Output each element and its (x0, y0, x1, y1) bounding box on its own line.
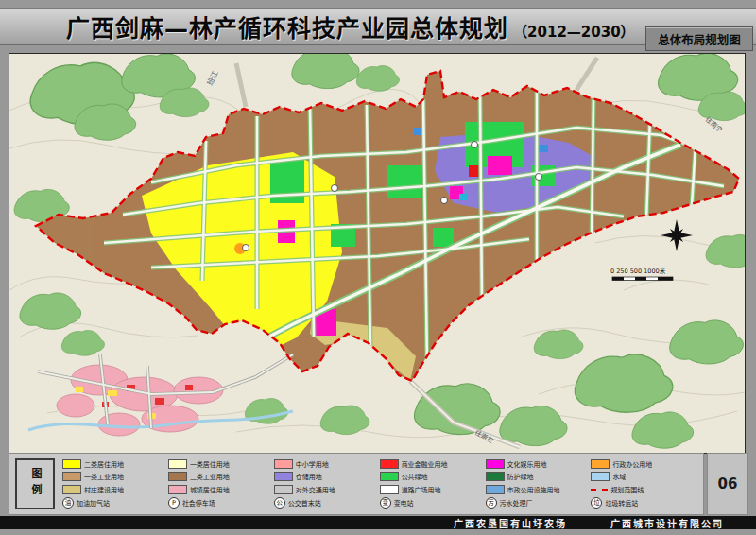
legend-label: 公交首末站 (288, 498, 321, 508)
legend-item: 村庄建设用地 (62, 485, 168, 494)
legend-grid: 二类居住用地一类居住用地中小学用地商业金融业用地文化娱乐用地行政办公用地一类工业… (59, 454, 703, 514)
legend-label: 二类居住用地 (84, 459, 124, 469)
legend-label: 公共绿地 (402, 472, 428, 481)
legend-item: 变变电站 (380, 497, 486, 509)
header: 广西剑麻—林产循环科技产业园总体规划 （2012—2030） (0, 8, 756, 45)
page-number-box: 06 (707, 453, 748, 515)
legend-label: 一类居住用地 (190, 459, 230, 469)
page-title: 广西剑麻—林产循环科技产业园总体规划 (66, 15, 508, 43)
legend-title-box: 图例 (15, 458, 55, 509)
legend-swatch (380, 472, 399, 481)
legend-item: 对外交通用地 (274, 485, 380, 494)
legend-swatch (591, 459, 610, 469)
map-type-label: 总体布局规划图 (658, 30, 741, 48)
map-svg: 0 250 500 1000米 班江 往南宁 往崇左 (9, 54, 745, 453)
legend-label: 仓储用地 (296, 472, 322, 481)
legend-label: 中小学用地 (296, 459, 329, 469)
legend-label: 文化娱乐用地 (507, 459, 547, 469)
legend-label: 一类工业用地 (84, 472, 124, 481)
legend-item: 二类居住用地 (62, 459, 168, 469)
footer-company-right: 广西城市设计有限公司 (610, 516, 724, 530)
legend-area: 图例 二类居住用地一类居住用地中小学用地商业金融业用地文化娱乐用地行政办公用地一… (9, 453, 704, 515)
map-area: 0 250 500 1000米 班江 往南宁 往崇左 (9, 53, 746, 454)
map-type-box: 总体布局规划图 (645, 26, 753, 51)
footer-bar: 广西农垦国有山圩农场 广西城市设计有限公司 (0, 516, 756, 529)
legend-label: 垃圾转运站 (605, 498, 638, 508)
legend-label: 对外交通用地 (296, 485, 335, 494)
footer-company-left: 广西农垦国有山圩农场 (454, 516, 567, 530)
legend-label: 防护绿地 (507, 472, 534, 481)
legend-item: 一类工业用地 (62, 472, 168, 481)
gas-station-icon: 油 (62, 497, 74, 509)
legend-item: 公公交首末站 (274, 497, 380, 509)
legend-label: 村庄建设用地 (84, 485, 124, 494)
legend-swatch (380, 459, 399, 469)
legend-label: 城镇居住用地 (190, 485, 230, 494)
legend-swatch (274, 485, 293, 494)
page-title-suffix: （2012—2030） (513, 24, 635, 41)
legend-label: 市政公用设施用地 (507, 485, 560, 494)
legend-item: 水域 (591, 472, 696, 481)
legend-swatch (486, 485, 505, 494)
legend-label: 二类工业用地 (190, 472, 230, 481)
legend-swatch (486, 459, 505, 469)
legend-swatch (274, 459, 293, 469)
legend-item: 城镇居住用地 (168, 485, 274, 494)
legend-row: 村庄建设用地城镇居住用地对外交通用地道路广场用地市政公用设施用地规划范围线 (62, 485, 699, 494)
scale-bar: 0 250 500 1000米 (610, 267, 673, 281)
legend-label: 道路广场用地 (402, 485, 441, 494)
legend-swatch (62, 485, 81, 494)
legend-swatch (168, 459, 187, 469)
legend-label: 商业金融业用地 (402, 459, 448, 469)
legend-label: 变电站 (394, 498, 414, 508)
legend-label: 污水处理厂 (500, 498, 533, 508)
bus-station-icon: 公 (274, 497, 285, 509)
legend-item: 仓储用地 (274, 472, 380, 481)
legend-item: 一类居住用地 (168, 459, 274, 469)
legend-row: 油加油加气站P社会停车场公公交首末站变变电站污污水处理厂垃垃圾转运站 (62, 497, 699, 509)
legend-item: 商业金融业用地 (380, 459, 486, 469)
legend-label: 行政办公用地 (612, 459, 652, 469)
legend-item: 行政办公用地 (591, 459, 696, 469)
legend-item: 垃垃圾转运站 (591, 497, 696, 509)
legend-swatch (591, 472, 610, 481)
scale-label: 0 250 500 1000米 (610, 267, 666, 275)
parking-icon: P (168, 497, 180, 509)
legend-swatch (168, 485, 187, 494)
legend-item: 公共绿地 (380, 472, 486, 481)
legend-label: 加油加气站 (77, 498, 110, 508)
waste-transfer-icon: 垃 (591, 497, 602, 509)
legend-label: 规划范围线 (610, 485, 644, 494)
legend-swatch (62, 472, 81, 481)
legend-item: 污污水处理厂 (486, 497, 592, 509)
legend-swatch (62, 459, 81, 469)
legend-item: 油加油加气站 (62, 497, 168, 509)
boundary-line-sample (591, 489, 608, 491)
substation-icon: 变 (380, 497, 391, 509)
legend-title: 图例 (27, 468, 43, 500)
legend-item: 防护绿地 (486, 472, 592, 481)
page: 广西剑麻—林产循环科技产业园总体规划 （2012—2030） 总体布局规划图 (0, 0, 756, 535)
legend-swatch (274, 472, 293, 481)
legend-swatch (380, 485, 399, 494)
legend-item: 规划范围线 (591, 485, 696, 494)
legend-row: 一类工业用地二类工业用地仓储用地公共绿地防护绿地水域 (62, 472, 699, 481)
legend-swatch (168, 472, 187, 481)
legend-item: 道路广场用地 (380, 485, 486, 494)
legend-item: 市政公用设施用地 (486, 485, 592, 494)
page-number: 06 (718, 475, 738, 492)
legend-item: P社会停车场 (168, 497, 274, 509)
legend-item: 中小学用地 (274, 459, 380, 469)
sewage-plant-icon: 污 (486, 497, 497, 509)
page-title-wrap: 广西剑麻—林产循环科技产业园总体规划 （2012—2030） (66, 9, 635, 43)
legend-label: 社会停车场 (182, 498, 215, 508)
legend-row: 二类居住用地一类居住用地中小学用地商业金融业用地文化娱乐用地行政办公用地 (62, 459, 699, 469)
legend-label: 水域 (612, 472, 626, 481)
legend-swatch (486, 472, 505, 481)
legend-item: 文化娱乐用地 (486, 459, 592, 469)
legend-item: 二类工业用地 (168, 472, 274, 481)
